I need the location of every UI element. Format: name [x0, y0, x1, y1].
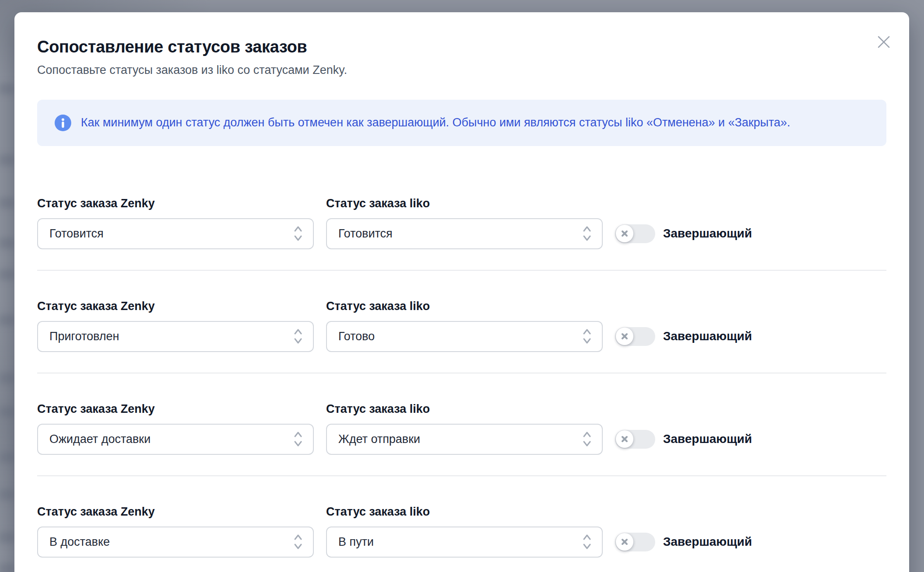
final-status-toggle[interactable] [615, 327, 655, 346]
select-chevrons-icon [582, 327, 592, 346]
background-blur-artifact [0, 83, 15, 94]
zenky-status-label: Статус заказа Zenky [37, 299, 314, 314]
select-value: Приготовлен [49, 330, 119, 343]
toggle-x-icon [621, 538, 629, 546]
toggle-knob [616, 533, 633, 551]
mapping-row: Статус заказа Zenky Приготовлен Статус з… [37, 299, 886, 352]
zenky-status-select[interactable]: Приготовлен [37, 321, 314, 352]
background-blur-artifact [0, 197, 15, 209]
info-banner: Как минимум один статус должен быть отме… [37, 100, 886, 146]
close-button[interactable] [872, 30, 896, 54]
liko-status-label: Статус заказа liko [326, 299, 603, 314]
final-status-toggle[interactable] [615, 430, 655, 449]
liko-status-select[interactable]: В пути [326, 527, 603, 558]
toggle-x-icon [621, 332, 629, 340]
select-value: Готовится [49, 227, 104, 241]
final-status-label: Завершающий [663, 329, 752, 343]
final-status-label: Завершающий [663, 535, 752, 549]
select-chevrons-icon [582, 429, 592, 449]
final-status-toggle[interactable] [615, 533, 655, 551]
toggle-x-icon [621, 435, 629, 443]
toggle-x-icon [621, 230, 629, 237]
select-value: В пути [338, 535, 374, 549]
background-blur-artifact [0, 154, 15, 166]
toggle-knob [616, 225, 633, 242]
liko-status-label: Статус заказа liko [326, 504, 603, 519]
mapping-row: Статус заказа Zenky Готовится Статус зак… [37, 196, 886, 249]
status-mapping-list: Статус заказа Zenky Готовится Статус зак… [37, 196, 886, 558]
select-chevrons-icon [582, 532, 592, 551]
zenky-status-label: Статус заказа Zenky [37, 504, 314, 519]
row-divider [37, 270, 886, 271]
liko-status-label: Статус заказа liko [326, 196, 603, 211]
background-blur-artifact [0, 406, 15, 418]
zenky-status-label: Статус заказа Zenky [37, 196, 314, 211]
background-blur-artifact [0, 452, 15, 463]
zenky-status-select[interactable]: Готовится [37, 218, 314, 249]
final-status-toggle[interactable] [615, 224, 655, 243]
background-blur-artifact [0, 489, 15, 500]
select-value: Ждет отправки [338, 432, 420, 446]
background-blur-artifact [0, 373, 15, 384]
zenky-status-select[interactable]: Ожидает доставки [37, 424, 314, 455]
row-divider [37, 373, 886, 373]
info-icon [55, 115, 71, 131]
mapping-row: Статус заказа Zenky Ожидает доставки Ста… [37, 401, 886, 455]
select-value: Готово [338, 330, 375, 343]
modal-title: Сопоставление статусов заказов [37, 37, 886, 58]
liko-status-label: Статус заказа liko [326, 401, 603, 416]
select-value: Готовится [338, 227, 393, 241]
background-blur-artifact [0, 314, 15, 326]
order-status-mapping-modal: Сопоставление статусов заказов Сопоставь… [14, 12, 909, 572]
select-value: В доставке [49, 535, 110, 549]
final-status-label: Завершающий [663, 227, 752, 241]
toggle-knob [616, 430, 633, 448]
select-chevrons-icon [293, 532, 303, 551]
zenky-status-select[interactable]: В доставке [37, 527, 314, 558]
background-blur-artifact [0, 532, 15, 543]
final-status-label: Завершающий [663, 432, 752, 446]
liko-status-select[interactable]: Готовится [326, 218, 603, 249]
select-chevrons-icon [293, 327, 303, 346]
row-divider [37, 475, 886, 476]
mapping-row: Статус заказа Zenky В доставке Статус за… [37, 504, 886, 558]
liko-status-select[interactable]: Готово [326, 321, 603, 352]
info-banner-text: Как минимум один статус должен быть отме… [81, 115, 790, 131]
select-chevrons-icon [293, 224, 303, 243]
liko-status-select[interactable]: Ждет отправки [326, 424, 603, 455]
background-blur-artifact [0, 269, 15, 280]
select-chevrons-icon [293, 429, 303, 449]
select-value: Ожидает доставки [49, 432, 151, 446]
zenky-status-label: Статус заказа Zenky [37, 401, 314, 416]
background-blur-artifact [0, 563, 15, 572]
toggle-knob [616, 328, 633, 345]
close-icon [876, 34, 892, 50]
modal-subtitle: Сопоставьте статусы заказов из liko со с… [37, 62, 886, 78]
background-blur-artifact [0, 237, 15, 249]
select-chevrons-icon [582, 224, 592, 243]
